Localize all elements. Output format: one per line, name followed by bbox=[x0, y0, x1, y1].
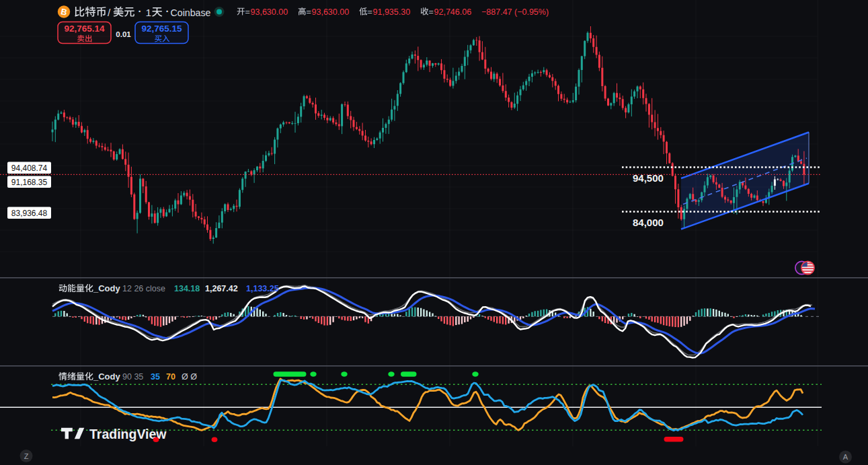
svg-text:Coinbase: Coinbase bbox=[171, 7, 211, 18]
svg-text:−887.47 (−0.95%): −887.47 (−0.95%) bbox=[481, 7, 549, 17]
svg-text:83,936.48: 83,936.48 bbox=[11, 209, 48, 218]
svg-text:1: 1 bbox=[146, 7, 152, 18]
svg-text:90 35: 90 35 bbox=[122, 372, 143, 382]
svg-text:Z: Z bbox=[24, 452, 29, 460]
svg-text:=: = bbox=[307, 7, 311, 17]
svg-text:_Cody: _Cody bbox=[93, 283, 121, 293]
svg-text:94,408.74: 94,408.74 bbox=[11, 164, 48, 173]
svg-text:91,935.30: 91,935.30 bbox=[373, 7, 411, 17]
svg-text:35: 35 bbox=[151, 372, 160, 382]
svg-text:1,267.42: 1,267.42 bbox=[205, 284, 238, 293]
svg-text:134.18: 134.18 bbox=[174, 284, 200, 293]
svg-text:94,500: 94,500 bbox=[633, 172, 664, 184]
svg-text:93,630.00: 93,630.00 bbox=[251, 7, 288, 17]
svg-text:91,168.35: 91,168.35 bbox=[11, 178, 48, 187]
svg-text:Ø Ø: Ø Ø bbox=[182, 372, 197, 382]
svg-text:92,765.15: 92,765.15 bbox=[141, 24, 182, 34]
svg-text:92,765.14: 92,765.14 bbox=[64, 24, 105, 34]
svg-text:A: A bbox=[843, 453, 849, 461]
svg-text:_Cody: _Cody bbox=[93, 371, 121, 382]
svg-text:70: 70 bbox=[166, 372, 175, 382]
svg-text:93,630.00: 93,630.00 bbox=[312, 7, 350, 17]
svg-text:·: · bbox=[139, 5, 142, 17]
svg-text:12 26 close: 12 26 close bbox=[122, 284, 165, 293]
svg-text:=: = bbox=[429, 7, 434, 17]
svg-text:=: = bbox=[245, 7, 250, 17]
svg-text:/: / bbox=[108, 7, 111, 18]
svg-text:92,746.06: 92,746.06 bbox=[434, 7, 472, 17]
svg-text:1,133.25: 1,133.25 bbox=[246, 284, 279, 293]
svg-text:·: · bbox=[166, 5, 169, 17]
svg-text:84,000: 84,000 bbox=[633, 217, 664, 228]
svg-text:=: = bbox=[368, 7, 372, 17]
svg-text:0.01: 0.01 bbox=[116, 30, 131, 38]
